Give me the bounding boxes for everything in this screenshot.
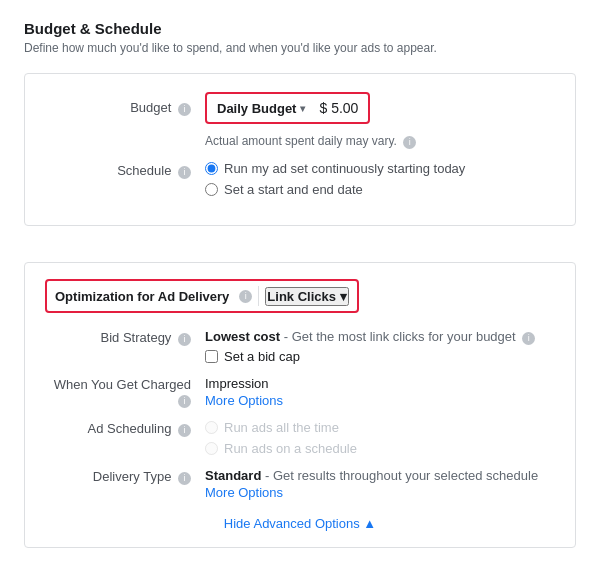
optimization-header: Optimization for Ad Delivery i Link Clic… <box>45 279 555 313</box>
delivery-type-row: Delivery Type i Standard - Get results t… <box>45 468 555 500</box>
bid-strategy-muted: - Get the most link clicks for your budg… <box>284 329 516 344</box>
run-on-schedule-label: Run ads on a schedule <box>224 441 357 456</box>
ad-scheduling-label: Ad Scheduling i <box>45 420 205 437</box>
run-all-time-option: Run ads all the time <box>205 420 555 435</box>
budget-amount: $ 5.00 <box>319 100 358 116</box>
bid-strategy-label: Bid Strategy i <box>45 329 205 346</box>
run-on-schedule-option: Run ads on a schedule <box>205 441 555 456</box>
schedule-start-end-label: Set a start and end date <box>224 182 363 197</box>
bid-cap-checkbox[interactable] <box>205 350 218 363</box>
schedule-row: Schedule i Run my ad set continuously st… <box>45 161 555 197</box>
schedule-continuous-label: Run my ad set continuously starting toda… <box>224 161 465 176</box>
page-container: Budget & Schedule Define how much you'd … <box>24 20 576 548</box>
schedule-info-icon[interactable]: i <box>178 166 191 179</box>
bid-strategy-content: Lowest cost - Get the most link clicks f… <box>205 329 555 364</box>
bid-strategy-bold: Lowest cost <box>205 329 280 344</box>
link-clicks-dropdown[interactable]: Link Clicks ▾ <box>265 287 349 306</box>
optimization-label: Optimization for Ad Delivery <box>55 289 235 304</box>
delivery-type-bold: Standard <box>205 468 261 483</box>
bid-strategy-info2-icon[interactable]: i <box>522 332 535 345</box>
run-all-time-label: Run ads all the time <box>224 420 339 435</box>
delivery-type-muted: - Get results throughout your selected s… <box>265 468 538 483</box>
optimization-combined-box: Optimization for Ad Delivery i Link Clic… <box>45 279 359 313</box>
delivery-type-more-options[interactable]: More Options <box>205 485 555 500</box>
bid-cap-row: Set a bid cap <box>205 349 555 364</box>
bid-strategy-info-icon[interactable]: i <box>178 333 191 346</box>
bid-strategy-row: Bid Strategy i Lowest cost - Get the mos… <box>45 329 555 364</box>
divider <box>258 286 259 306</box>
ad-scheduling-row: Ad Scheduling i Run ads all the time Run… <box>45 420 555 456</box>
budget-hint: Actual amount spent daily may vary. i <box>205 134 416 149</box>
when-charged-more-options[interactable]: More Options <box>205 393 555 408</box>
ad-scheduling-radio-group: Run ads all the time Run ads on a schedu… <box>205 420 555 456</box>
ad-scheduling-content: Run ads all the time Run ads on a schedu… <box>205 420 555 456</box>
schedule-option-continuous[interactable]: Run my ad set continuously starting toda… <box>205 161 465 176</box>
bid-cap-label[interactable]: Set a bid cap <box>224 349 300 364</box>
dropdown-caret: ▾ <box>300 103 305 114</box>
delivery-type-label: Delivery Type i <box>45 468 205 485</box>
delivery-type-value: Standard - Get results throughout your s… <box>205 468 555 483</box>
budget-box: Daily Budget ▾ $ 5.00 <box>205 92 370 124</box>
when-charged-label: When You Get Charged i <box>45 376 205 408</box>
budget-hint-row: Actual amount spent daily may vary. i <box>45 134 555 149</box>
section-title: Budget & Schedule <box>24 20 576 37</box>
when-charged-info-icon[interactable]: i <box>178 395 191 408</box>
spacer <box>24 242 576 262</box>
link-clicks-caret: ▾ <box>340 289 347 304</box>
optimization-card: Optimization for Ad Delivery i Link Clic… <box>24 262 576 548</box>
budget-schedule-card: Budget i Daily Budget ▾ $ 5.00 Actual am… <box>24 73 576 226</box>
optimization-info-icon[interactable]: i <box>239 290 252 303</box>
daily-budget-dropdown[interactable]: Daily Budget ▾ <box>217 101 305 116</box>
ad-scheduling-info-icon[interactable]: i <box>178 424 191 437</box>
delivery-type-info-icon[interactable]: i <box>178 472 191 485</box>
hint-info-icon[interactable]: i <box>403 136 416 149</box>
section-desc: Define how much you'd like to spend, and… <box>24 41 576 55</box>
when-charged-content: Impression More Options <box>205 376 555 408</box>
schedule-label: Schedule i <box>45 161 205 179</box>
budget-label: Budget i <box>45 100 205 116</box>
delivery-type-content: Standard - Get results throughout your s… <box>205 468 555 500</box>
when-charged-row: When You Get Charged i Impression More O… <box>45 376 555 408</box>
budget-info-icon[interactable]: i <box>178 103 191 116</box>
budget-row: Budget i Daily Budget ▾ $ 5.00 <box>45 92 555 124</box>
when-charged-value: Impression <box>205 376 555 391</box>
schedule-radio-group: Run my ad set continuously starting toda… <box>205 161 465 197</box>
schedule-option-start-end[interactable]: Set a start and end date <box>205 182 465 197</box>
hide-advanced-options[interactable]: Hide Advanced Options ▲ <box>45 516 555 531</box>
